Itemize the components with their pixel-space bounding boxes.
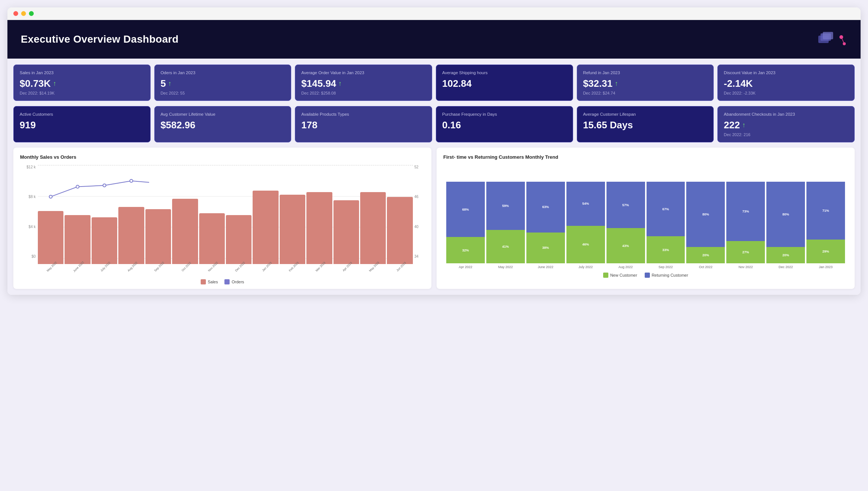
returning-seg: 63%	[526, 182, 565, 233]
kpi-value-avg-lifetime-value: $582.96	[161, 119, 285, 131]
stacked-x-label: Oct 2022	[699, 265, 713, 269]
kpi-value-available-products: 178	[301, 119, 426, 131]
returning-seg: 71%	[806, 182, 845, 240]
close-dot[interactable]	[13, 11, 18, 16]
new-seg: 32%	[446, 237, 485, 263]
maximize-dot[interactable]	[29, 11, 34, 16]
stacked-x-label: Dec 2022	[779, 265, 793, 269]
bar-rect	[145, 209, 171, 264]
stacked-bar-wrapper: 80%20%	[766, 182, 805, 263]
kpi-label-avg-order-value: Average Order Value in Jan 2023	[301, 70, 426, 76]
kpi-row-1: Sales in Jan 2023$0.73K↑Dec 2022: $14.19…	[13, 65, 855, 101]
kpi-card-avg-lifespan: Average Customer Lifespan15.65 Days	[577, 106, 714, 142]
stacked-bar-wrapper: 54%46%	[566, 182, 605, 263]
stacked-bar-wrapper: 67%33%	[647, 182, 685, 263]
kpi-arrow-orders-jan: ↑	[168, 80, 171, 88]
y-axis-left: $12 k$8 k$4 k$0	[20, 165, 38, 258]
bar-rect	[65, 215, 90, 264]
bar-chart-container: $12 k$8 k$4 k$0 May 2022June 2022July 20…	[20, 165, 425, 269]
bar-chart-area: $12 k$8 k$4 k$0 May 2022June 2022July 20…	[20, 165, 425, 269]
stacked-bar-wrapper: 59%41%	[486, 182, 525, 263]
kpi-sub-discount-jan: Dec 2022: -2.33K	[724, 91, 848, 95]
bar-group: Sep 2022	[145, 177, 171, 269]
bar-rect	[172, 199, 198, 264]
kpi-value-avg-order-value: $145.94↑	[301, 78, 426, 89]
stacked-bar-wrapper: 73%27%	[726, 182, 765, 263]
kpi-label-refund-jan: Refund in Jan 2023	[583, 70, 708, 76]
bar-rect	[387, 197, 412, 264]
bar-rect	[360, 192, 386, 264]
stacked-group: 59%41%May 2022	[486, 165, 525, 269]
stacked-group: 63%38%June 2022	[526, 165, 565, 269]
stacked-bars-area: 68%32%Apr 202259%41%May 202263%38%June 2…	[443, 165, 848, 269]
stacked-x-label: May 2022	[498, 265, 513, 269]
kpi-card-abandonment: Abandonment Checkouts in Jan 2023222↑Dec…	[717, 106, 855, 142]
returning-seg: 57%	[606, 182, 645, 228]
returning-seg: 80%	[766, 182, 805, 247]
kpi-card-avg-lifetime-value: Avg Customer Lifetime Value$582.96	[154, 106, 292, 142]
y-label-right: 40	[414, 225, 418, 229]
legend-orders: Orders	[224, 279, 244, 284]
kpi-label-avg-shipping: Average Shipping hours	[442, 70, 567, 76]
stacked-chart-container: 68%32%Apr 202259%41%May 202263%38%June 2…	[443, 165, 848, 269]
kpi-value-orders-jan: 5↑	[161, 78, 285, 89]
kpi-row-2: Active Customers919Avg Customer Lifetime…	[13, 106, 855, 142]
monthly-sales-chart: Monthly Sales vs Orders $12 k$8 k$4 k$0 …	[13, 148, 431, 289]
stacked-group: 73%27%Nov 2022	[726, 165, 765, 269]
y-label-right: 52	[414, 165, 418, 169]
stacked-x-label: Sep 2022	[658, 265, 673, 269]
stacked-x-label: Jan 2023	[819, 265, 833, 269]
stacked-group: 68%32%Apr 2022	[446, 165, 485, 269]
bar-group: Oct 2022	[172, 177, 198, 269]
bar-group: May 2023	[360, 177, 386, 269]
returning-seg: 80%	[686, 182, 725, 247]
orders-swatch	[224, 279, 230, 284]
stacked-bar-wrapper: 57%43%	[606, 182, 645, 263]
bar-rect	[226, 215, 251, 264]
bar-rect	[280, 195, 305, 264]
stacked-bar-wrapper: 71%29%	[806, 182, 845, 263]
bar-rect	[306, 192, 332, 264]
kpi-sub-sales-jan: Dec 2022: $14.19K	[20, 91, 144, 95]
stacked-legend: New Customer Returning Customer	[443, 273, 848, 278]
kpi-arrow-abandonment: ↑	[742, 121, 746, 129]
y-label-left: $0	[32, 254, 36, 258]
legend-new-label: New Customer	[610, 273, 637, 277]
kpi-card-purchase-frequency: Purchase Frequency in Days0.16	[436, 106, 573, 142]
legend-sales: Sales	[201, 279, 218, 284]
bar-group: Apr 2023	[333, 177, 359, 269]
right-chart-title: First- time vs Returning Customers Month…	[443, 154, 848, 160]
minimize-dot[interactable]	[21, 11, 26, 16]
sales-swatch	[201, 279, 206, 284]
bar-group: Aug 2022	[118, 177, 144, 269]
stacked-group: 67%33%Sep 2022	[647, 165, 685, 269]
kpi-card-active-customers: Active Customers919	[13, 106, 151, 142]
stacked-x-label: June 2022	[538, 265, 553, 269]
legend-orders-label: Orders	[231, 280, 244, 284]
kpi-value-discount-jan: -2.14K	[724, 78, 848, 89]
window: Executive Overview Dashboard Sales in Ja…	[7, 7, 861, 295]
stacked-bar-wrapper: 63%38%	[526, 182, 565, 263]
bar-rect	[199, 213, 225, 264]
bar-group: Dec 2022	[226, 177, 251, 269]
kpi-arrow-avg-order-value: ↑	[338, 80, 342, 88]
kpi-value-sales-jan: $0.73K↑	[20, 78, 144, 89]
left-chart-title: Monthly Sales vs Orders	[20, 154, 425, 160]
new-seg: 41%	[486, 230, 525, 263]
legend-returning-customer: Returning Customer	[645, 273, 688, 278]
kpi-label-abandonment: Abandonment Checkouts in Jan 2023	[724, 112, 848, 117]
new-seg: 20%	[686, 247, 725, 263]
kpi-sub-avg-order-value: Dec 2022: $258.08	[301, 91, 426, 95]
dashboard-title: Executive Overview Dashboard	[21, 33, 178, 45]
bar-group: Jun 2023	[387, 177, 412, 269]
charts-row: Monthly Sales vs Orders $12 k$8 k$4 k$0 …	[13, 148, 855, 289]
kpi-value-active-customers: 919	[20, 119, 144, 131]
stacked-bar-wrapper: 68%32%	[446, 182, 485, 263]
kpi-value-avg-lifespan: 15.65 Days	[583, 119, 708, 131]
stacked-group: 80%20%Dec 2022	[766, 165, 805, 269]
legend-new-customer: New Customer	[603, 273, 637, 278]
kpi-card-refund-jan: Refund in Jan 2023$32.31↑Dec 2022: $24.7…	[577, 65, 714, 101]
kpi-sub-orders-jan: Dec 2022: 55	[161, 91, 285, 95]
kpi-value-abandonment: 222↑	[724, 119, 848, 131]
bar-group: Jan 2023	[253, 177, 278, 269]
